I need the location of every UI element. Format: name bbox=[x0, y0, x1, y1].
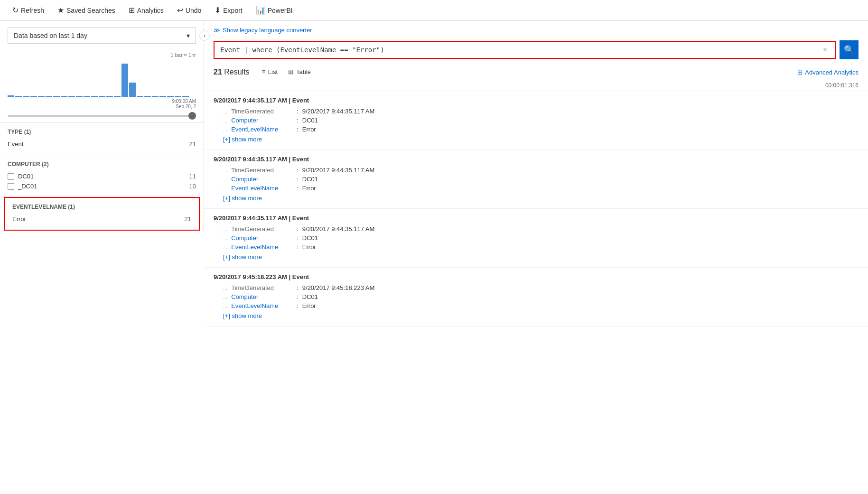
chart-bar[interactable] bbox=[137, 96, 143, 97]
result-field-dots: ... bbox=[223, 118, 227, 123]
chart-bar[interactable] bbox=[76, 96, 83, 97]
result-field-name[interactable]: EventLevelName bbox=[231, 126, 293, 133]
result-field: ...TimeGenerated:9/20/2017 9:44:35.117 A… bbox=[214, 107, 859, 116]
saved-searches-button[interactable]: ★ Saved Searches bbox=[51, 0, 122, 21]
results-count: 21 Results bbox=[214, 68, 250, 76]
facet-eventlevelname-error-count: 21 bbox=[185, 215, 191, 223]
chart-bar[interactable] bbox=[84, 96, 90, 97]
chart-bar[interactable] bbox=[159, 96, 166, 97]
facet-eventlevelname-title: EVENTLEVELNAME (1) bbox=[12, 204, 191, 210]
chart-bar-label: 1 bar = 1hr bbox=[8, 52, 196, 58]
view-tabs: ≡ List ⊞ Table bbox=[257, 66, 316, 78]
result-field-name[interactable]: Computer bbox=[231, 293, 293, 300]
result-field-value: 9/20/2017 9:44:35.117 AM bbox=[302, 225, 375, 233]
result-field-value: DC01 bbox=[302, 176, 318, 183]
chart-bar[interactable] bbox=[114, 96, 121, 97]
chart-bar[interactable] bbox=[46, 96, 52, 97]
chart-bar-tall[interactable] bbox=[121, 64, 128, 97]
chart-bar[interactable] bbox=[61, 96, 67, 97]
chart-area: 1 bar = 1hr bbox=[0, 48, 204, 111]
export-button[interactable]: ⬇ Export bbox=[208, 0, 249, 21]
result-item: 9/20/2017 9:44:35.117 AM | Event...TimeG… bbox=[204, 150, 868, 209]
result-field: ...TimeGenerated:9/20/2017 9:44:35.117 A… bbox=[214, 224, 859, 233]
refresh-button[interactable]: ↻ Refresh bbox=[6, 0, 51, 21]
result-field: ...EventLevelName:Error bbox=[214, 184, 859, 193]
chart-bar[interactable] bbox=[8, 95, 14, 97]
chart-bar[interactable] bbox=[175, 96, 181, 97]
facet-computer-dc01b-checkbox[interactable] bbox=[8, 183, 14, 190]
result-field-separator: : bbox=[297, 185, 299, 192]
chart-bar[interactable] bbox=[129, 83, 136, 97]
facet-computer-dc01[interactable]: DC01 11 bbox=[8, 171, 196, 181]
list-icon: ≡ bbox=[262, 68, 266, 75]
result-title: 9/20/2017 9:45:18.223 AM | Event bbox=[214, 273, 859, 280]
result-field-value: DC01 bbox=[302, 234, 318, 242]
show-more-link[interactable]: [+] show more bbox=[214, 252, 262, 261]
analytics-button[interactable]: ⊞ Analytics bbox=[122, 0, 170, 21]
chart-bar[interactable] bbox=[38, 96, 45, 97]
show-more-link[interactable]: [+] show more bbox=[214, 134, 262, 144]
advanced-analytics-button[interactable]: ⊞ Advanced Analytics bbox=[797, 69, 859, 76]
facet-type-title: TYPE (1) bbox=[8, 129, 196, 135]
powerbi-button[interactable]: 📊 PowerBI bbox=[249, 0, 299, 21]
chart-bar[interactable] bbox=[68, 96, 75, 97]
facet-computer-dc01b[interactable]: _DC01 10 bbox=[8, 181, 196, 191]
search-button[interactable]: 🔍 bbox=[840, 40, 859, 59]
facet-section-eventlevelname: EVENTLEVELNAME (1) Error 21 bbox=[4, 197, 200, 231]
result-field-name[interactable]: EventLevelName bbox=[231, 185, 293, 192]
result-field-separator: : bbox=[297, 126, 299, 133]
result-field-name[interactable]: Computer bbox=[231, 117, 293, 124]
legacy-link-label: Show legacy language converter bbox=[223, 27, 312, 34]
chart-bar[interactable] bbox=[23, 96, 29, 97]
result-field-name: TimeGenerated bbox=[231, 284, 293, 291]
chart-bar[interactable] bbox=[182, 96, 189, 97]
time-range-slider[interactable] bbox=[8, 115, 196, 117]
result-field-value: DC01 bbox=[302, 117, 318, 124]
table-view-tab[interactable]: ⊞ Table bbox=[283, 66, 316, 78]
sidebar-collapse-button[interactable]: ‹ bbox=[199, 30, 210, 41]
results-number: 21 bbox=[214, 68, 222, 76]
chart-bar[interactable] bbox=[99, 96, 105, 97]
refresh-label: Refresh bbox=[21, 7, 44, 14]
chart-bar[interactable] bbox=[15, 96, 22, 97]
facet-type-event[interactable]: Event 21 bbox=[8, 139, 196, 149]
query-input[interactable] bbox=[220, 46, 821, 54]
show-more-link[interactable]: [+] show more bbox=[214, 193, 262, 203]
list-view-tab[interactable]: ≡ List bbox=[257, 66, 282, 78]
result-field-separator: : bbox=[297, 167, 299, 174]
chart-bar[interactable] bbox=[152, 96, 159, 97]
result-item: 9/20/2017 9:45:18.223 AM | Event...TimeG… bbox=[204, 268, 868, 326]
main-layout: Data based on last 1 day ▾ 1 bar = 1hr bbox=[0, 21, 868, 494]
time-range-dropdown[interactable]: Data based on last 1 day ▾ bbox=[8, 28, 196, 44]
result-field: ...EventLevelName:Error bbox=[214, 125, 859, 134]
legacy-language-link[interactable]: ≫ Show legacy language converter bbox=[214, 27, 312, 34]
show-more-link[interactable]: [+] show more bbox=[214, 310, 262, 320]
result-field-value: Error bbox=[302, 302, 316, 309]
result-field-name[interactable]: Computer bbox=[231, 234, 293, 242]
chart-bar[interactable] bbox=[53, 96, 60, 97]
chart-bar[interactable] bbox=[144, 96, 151, 97]
undo-button[interactable]: ↩ Undo bbox=[170, 0, 208, 21]
chart-bar[interactable] bbox=[91, 96, 98, 97]
undo-icon: ↩ bbox=[177, 6, 183, 15]
facet-computer-dc01-left: DC01 bbox=[8, 173, 34, 180]
chart-bars bbox=[8, 60, 196, 98]
results-label: Results bbox=[224, 68, 249, 76]
result-field-separator: : bbox=[297, 243, 299, 251]
chart-bar[interactable] bbox=[106, 96, 113, 97]
powerbi-icon: 📊 bbox=[256, 6, 265, 15]
query-clear-button[interactable]: × bbox=[821, 46, 829, 54]
result-field-value: 9/20/2017 9:44:35.117 AM bbox=[302, 108, 375, 115]
execution-time: 00:00:01.316 bbox=[204, 82, 868, 91]
result-field-name[interactable]: Computer bbox=[231, 176, 293, 183]
table-icon: ⊞ bbox=[288, 68, 294, 75]
result-field-separator: : bbox=[297, 225, 299, 233]
result-field-name[interactable]: EventLevelName bbox=[231, 243, 293, 251]
result-field-name: TimeGenerated bbox=[231, 167, 293, 174]
list-tab-label: List bbox=[268, 68, 278, 75]
facet-eventlevelname-error[interactable]: Error 21 bbox=[12, 214, 191, 224]
result-field-name[interactable]: EventLevelName bbox=[231, 302, 293, 309]
chart-bar[interactable] bbox=[30, 96, 37, 97]
facet-computer-dc01-checkbox[interactable] bbox=[8, 173, 14, 180]
chart-bar[interactable] bbox=[167, 96, 174, 97]
